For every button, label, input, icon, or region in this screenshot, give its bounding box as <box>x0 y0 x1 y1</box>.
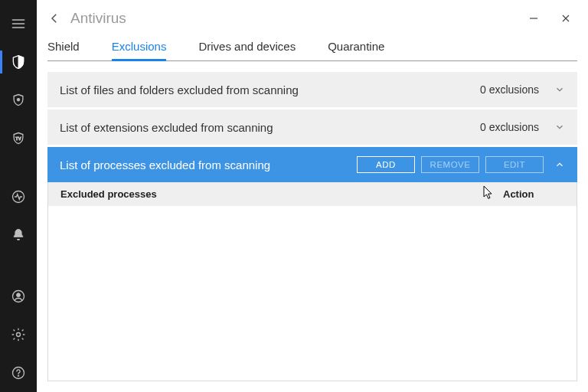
minimize-icon <box>529 14 538 23</box>
titlebar: Antivirus <box>47 8 577 29</box>
svg-point-0 <box>17 98 20 101</box>
panel-label: List of processes excluded from scanning <box>60 158 357 172</box>
tab-quarantine[interactable]: Quarantine <box>328 34 384 60</box>
svg-point-5 <box>17 333 21 337</box>
nav-settings[interactable] <box>0 315 37 354</box>
nav-notifications[interactable] <box>0 216 37 254</box>
panel-label: List of extensions excluded from scannin… <box>60 121 480 134</box>
help-icon <box>11 365 26 381</box>
svg-text:TV: TV <box>15 136 21 141</box>
close-icon <box>561 14 570 23</box>
main-area: Antivirus Shield Exclusions Drives and d… <box>37 0 588 392</box>
page-title: Antivirus <box>70 10 126 27</box>
panel-buttons: ADD REMOVE EDIT <box>357 156 544 173</box>
nav-tv[interactable]: TV <box>0 119 37 158</box>
nav-activity[interactable] <box>0 178 37 216</box>
chevron-up-icon <box>554 159 565 170</box>
hamburger-icon <box>11 16 26 31</box>
column-processes: Excluded processes <box>60 188 503 200</box>
panel-label: List of files and folders excluded from … <box>60 83 480 96</box>
gear-icon <box>11 327 26 342</box>
user-icon <box>11 289 26 304</box>
nav-help[interactable] <box>0 354 37 392</box>
sidebar-rail: TV <box>0 0 37 392</box>
close-button[interactable] <box>554 8 577 29</box>
remove-button[interactable]: REMOVE <box>421 156 479 173</box>
chevron-left-icon <box>47 11 61 25</box>
nav-privacy[interactable] <box>0 81 37 119</box>
nav-antivirus[interactable] <box>0 43 37 81</box>
back-button[interactable] <box>47 11 61 25</box>
app-window: TV Antivirus <box>0 0 588 392</box>
eye-shield-icon <box>11 93 26 108</box>
chevron-down-icon <box>554 84 565 95</box>
svg-point-4 <box>17 293 21 297</box>
tv-shield-icon: TV <box>11 131 26 146</box>
add-button[interactable]: ADD <box>357 156 415 173</box>
table-body <box>47 206 577 381</box>
nav-account[interactable] <box>0 277 37 315</box>
menu-button[interactable] <box>0 5 37 43</box>
svg-point-7 <box>18 375 19 377</box>
tab-exclusions[interactable]: Exclusions <box>112 34 167 60</box>
panel-count: 0 exclusions <box>480 83 539 96</box>
exclusion-panels: List of files and folders excluded from … <box>47 72 577 182</box>
tabs: Shield Exclusions Drives and devices Qua… <box>47 34 577 61</box>
column-action: Action <box>503 188 564 200</box>
edit-button[interactable]: EDIT <box>485 156 544 173</box>
tab-shield[interactable]: Shield <box>47 34 80 60</box>
bell-icon <box>11 227 26 243</box>
tab-drives[interactable]: Drives and devices <box>198 34 296 60</box>
panel-extensions[interactable]: List of extensions excluded from scannin… <box>47 109 577 145</box>
panel-processes[interactable]: List of processes excluded from scanning… <box>47 147 577 182</box>
activity-icon <box>11 189 26 204</box>
table-header: Excluded processes Action <box>47 182 577 206</box>
panel-count: 0 exclusions <box>480 121 539 133</box>
minimize-button[interactable] <box>522 8 545 29</box>
panel-files-folders[interactable]: List of files and folders excluded from … <box>47 72 577 107</box>
shield-half-icon <box>11 54 26 70</box>
chevron-down-icon <box>554 122 565 132</box>
